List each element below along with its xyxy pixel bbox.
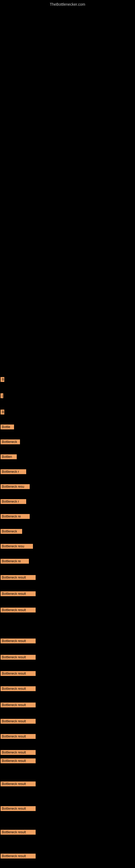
bottleneck-result-label: | [1,393,3,398]
bottleneck-result-label: Bottleneck result [1,655,36,660]
bottleneck-result-label: B [1,377,4,382]
bottleneck-result-label: Bottleneck result [1,703,36,707]
bottleneck-result-label: Bottleneck re [1,514,30,519]
bottleneck-result-label: Bottleneck result [1,758,36,763]
bottleneck-result-label: Bottleneck result [1,671,36,676]
bottleneck-result-label: Bottleneck result [1,830,36,835]
bottleneck-result-label: Bottleneck [1,529,22,534]
bottleneck-result-label: Bottleneck resu [1,484,30,489]
bottleneck-result-label: Bottleneck result [1,639,36,643]
bottleneck-result-label: Bottleneck result [1,806,36,811]
bottleneck-result-label: Bottlen [1,454,17,459]
bottleneck-result-label: Bottleneck r [1,499,26,504]
bottleneck-result-label: Bottleneck result [1,575,36,580]
bottleneck-result-label: Bottleneck re [1,559,29,564]
bottleneck-result-label: Bottleneck result [1,781,36,786]
bottleneck-result-label: Bottle [1,425,14,429]
bottleneck-result-label: Bottleneck r [1,469,26,474]
site-title: TheBottlenecker.com [50,2,85,6]
bottleneck-result-label: Bottleneck result [1,854,36,859]
bottleneck-result-label: B [1,410,4,414]
bottleneck-result-label: Bottleneck result [1,608,36,613]
bottleneck-result-label: Bottleneck resu [1,544,33,549]
bottleneck-result-label: Bottleneck result [1,591,36,596]
bottleneck-result-label: Bottleneck result [1,686,36,691]
bottleneck-result-label: Bottleneck result [1,750,36,755]
bottleneck-result-label: Bottleneck result [1,734,36,739]
bottleneck-result-label: Bottleneck result [1,719,36,724]
bottleneck-result-label: Bottleneck [1,439,20,444]
